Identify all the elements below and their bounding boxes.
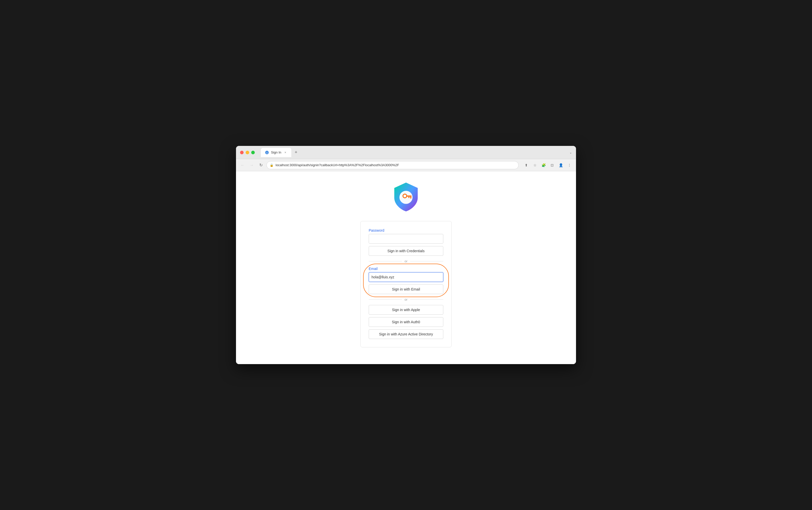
tab-title: Sign In [271,150,281,154]
apple-signin-button[interactable]: Sign in with Apple [369,305,443,314]
azure-signin-button[interactable]: Sign in with Azure Active Directory [369,329,443,339]
minimize-button[interactable] [245,151,249,154]
maximize-button[interactable] [251,151,255,154]
bookmark-button[interactable]: ☆ [531,161,539,169]
page-content: Password Sign in with Credentials or Ema… [236,171,576,364]
shield-logo [391,181,421,212]
password-input[interactable] [369,234,443,244]
logo-container [391,181,421,212]
email-input[interactable] [369,272,443,282]
title-bar: S Sign In × + ⌄ [236,146,576,159]
tab-view-button[interactable]: ⊡ [549,161,556,169]
svg-rect-7 [408,197,410,198]
email-label: Email [369,267,443,271]
or-divider-1: or [369,259,443,263]
back-button[interactable]: ← [239,161,246,169]
signin-card: Password Sign in with Credentials or Ema… [360,221,452,347]
profile-button[interactable]: 👤 [557,161,564,169]
password-section: Password Sign in with Credentials [369,228,443,256]
url-actions: ⬆ ☆ 🧩 ⊡ 👤 ⋮ [523,161,573,169]
email-signin-button[interactable]: Sign in with Email [369,284,443,294]
active-tab[interactable]: S Sign In × [261,148,291,157]
lock-icon: 🔒 [270,163,273,167]
refresh-button[interactable]: ↻ [257,161,264,169]
tab-favicon-icon: S [265,150,269,154]
traffic-lights [240,151,255,154]
close-button[interactable] [240,151,243,154]
tab-close-button[interactable]: × [283,150,287,154]
auth0-signin-button[interactable]: Sign in with Auth0 [369,317,443,327]
share-button[interactable]: ⬆ [523,161,530,169]
extensions-button[interactable]: 🧩 [540,161,547,169]
credentials-signin-button[interactable]: Sign in with Credentials [369,246,443,256]
tab-dropdown-button[interactable]: ⌄ [570,151,572,154]
nav-bar: ← → ↻ 🔒 localhost:3000/api/auth/signin?c… [236,159,576,171]
url-bar[interactable]: 🔒 localhost:3000/api/auth/signin?callbac… [266,161,519,169]
menu-button[interactable]: ⋮ [566,161,573,169]
new-tab-button[interactable]: + [292,149,299,156]
svg-text:S: S [266,151,267,154]
svg-rect-5 [407,196,412,197]
svg-point-4 [403,194,406,198]
browser-window: S Sign In × + ⌄ ← → ↻ 🔒 localhost:3000/a… [236,146,576,364]
or-divider-2: or [369,298,443,301]
url-text: localhost:3000/api/auth/signin?callbackU… [276,163,399,167]
password-label: Password [369,228,443,233]
svg-rect-6 [410,197,412,199]
tab-bar: S Sign In × + ⌄ [261,148,572,157]
email-section: Email Sign in with Email [369,267,443,294]
forward-button[interactable]: → [248,161,255,169]
